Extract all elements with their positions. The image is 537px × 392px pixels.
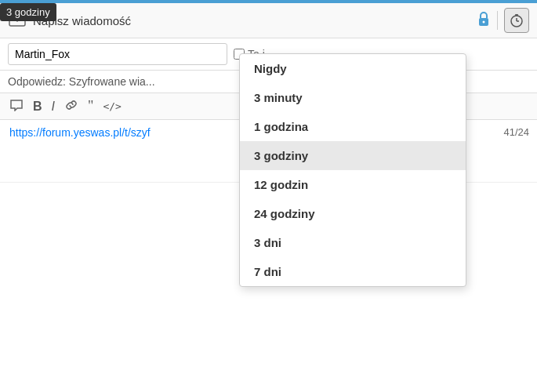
italic-icon[interactable]: I xyxy=(52,100,55,114)
subject-text: Odpowiedz: Szyfrowane wia... xyxy=(8,75,155,88)
speech-bubble-icon[interactable] xyxy=(9,99,24,114)
to-input[interactable] xyxy=(8,43,227,65)
dropdown-item[interactable]: 1 godzina xyxy=(240,112,466,141)
timer-icon xyxy=(510,13,524,27)
timer-dropdown: Nigdy3 minuty1 godzina3 godziny12 godzin… xyxy=(239,53,466,287)
bold-icon[interactable]: B xyxy=(33,100,42,114)
quote-icon[interactable]: " xyxy=(88,98,93,114)
compose-title: Napisz wiadomość xyxy=(33,14,470,27)
compose-header: Napisz wiadomość xyxy=(0,3,537,38)
dropdown-item[interactable]: 3 dni xyxy=(240,228,466,257)
svg-point-2 xyxy=(483,20,485,23)
editor-text: https://forum.yeswas.pl/t/szyf xyxy=(9,126,151,139)
timer-button[interactable] xyxy=(504,8,529,33)
code-icon[interactable]: </> xyxy=(103,100,121,112)
dropdown-item[interactable]: 7 dni xyxy=(240,257,466,286)
dropdown-item[interactable]: 24 godziny xyxy=(240,199,466,228)
timer-tooltip: 3 godziny xyxy=(0,3,56,21)
lock-icon[interactable] xyxy=(477,11,491,31)
editor-counter: 41/24 xyxy=(503,126,529,138)
dropdown-item[interactable]: 12 godzin xyxy=(240,170,466,199)
dropdown-item[interactable]: Nigdy xyxy=(240,54,466,83)
dropdown-item[interactable]: 3 godziny xyxy=(240,141,466,170)
toolbar-divider xyxy=(497,11,498,30)
link-icon[interactable] xyxy=(64,100,78,113)
dropdown-item[interactable]: 3 minuty xyxy=(240,83,466,112)
